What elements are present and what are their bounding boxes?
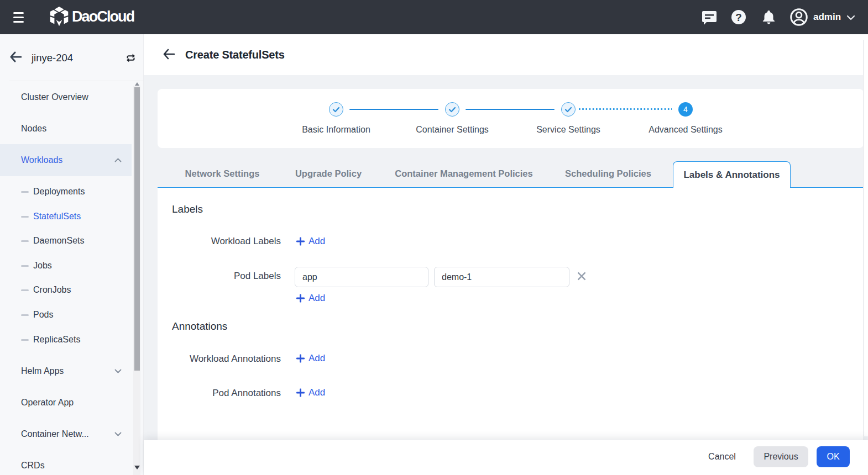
svg-text:?: ? bbox=[735, 12, 742, 23]
